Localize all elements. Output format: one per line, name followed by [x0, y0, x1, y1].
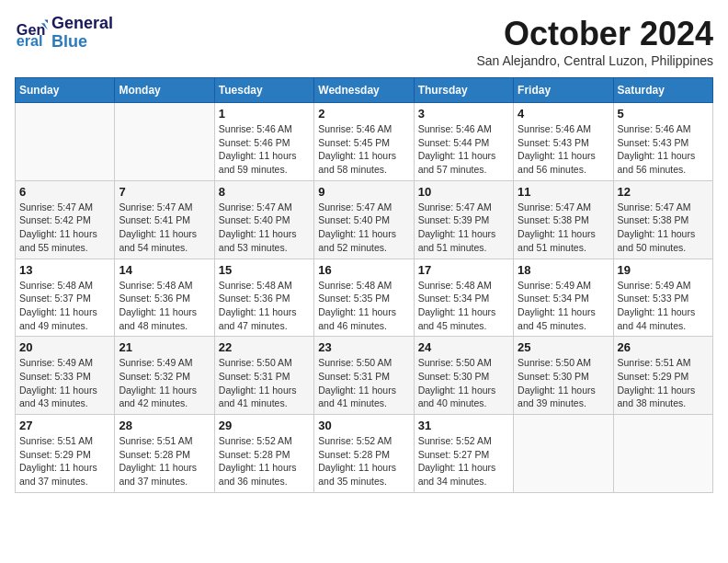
- logo: Gen eral General Blue: [15, 15, 113, 52]
- calendar-cell: 29Sunrise: 5:52 AMSunset: 5:28 PMDayligh…: [214, 415, 313, 493]
- day-number: 31: [418, 419, 509, 432]
- day-number: 9: [318, 185, 409, 199]
- calendar-week-row: 13Sunrise: 5:48 AMSunset: 5:37 PMDayligh…: [16, 259, 713, 337]
- day-number: 13: [19, 263, 110, 277]
- calendar-cell: 1Sunrise: 5:46 AMSunset: 5:46 PMDaylight…: [214, 103, 313, 181]
- day-info: Sunrise: 5:47 AMSunset: 5:39 PMDaylight:…: [418, 201, 509, 255]
- calendar-cell: 15Sunrise: 5:48 AMSunset: 5:36 PMDayligh…: [214, 259, 313, 337]
- calendar-cell: 21Sunrise: 5:49 AMSunset: 5:32 PMDayligh…: [115, 337, 214, 415]
- logo-line2: Blue: [51, 33, 113, 52]
- day-number: 6: [19, 185, 110, 199]
- day-number: 21: [119, 340, 210, 354]
- day-number: 24: [418, 340, 509, 354]
- day-info: Sunrise: 5:50 AMSunset: 5:30 PMDaylight:…: [518, 356, 609, 410]
- day-number: 8: [219, 185, 310, 199]
- calendar-week-row: 1Sunrise: 5:46 AMSunset: 5:46 PMDaylight…: [16, 103, 713, 181]
- calendar-cell: 9Sunrise: 5:47 AMSunset: 5:40 PMDaylight…: [314, 180, 414, 259]
- day-number: 11: [518, 185, 609, 199]
- day-info: Sunrise: 5:46 AMSunset: 5:45 PMDaylight:…: [318, 122, 409, 177]
- calendar-cell: [613, 415, 712, 493]
- day-info: Sunrise: 5:46 AMSunset: 5:43 PMDaylight:…: [518, 122, 609, 177]
- day-number: 23: [318, 340, 409, 354]
- calendar-cell: 2Sunrise: 5:46 AMSunset: 5:45 PMDaylight…: [314, 103, 414, 181]
- svg-text:eral: eral: [17, 32, 43, 49]
- day-info: Sunrise: 5:49 AMSunset: 5:34 PMDaylight:…: [518, 279, 609, 333]
- logo-line1: General: [51, 15, 113, 33]
- calendar-cell: 24Sunrise: 5:50 AMSunset: 5:30 PMDayligh…: [414, 337, 513, 415]
- day-info: Sunrise: 5:52 AMSunset: 5:28 PMDaylight:…: [318, 434, 409, 488]
- calendar-cell: 14Sunrise: 5:48 AMSunset: 5:36 PMDayligh…: [115, 259, 214, 337]
- day-info: Sunrise: 5:51 AMSunset: 5:28 PMDaylight:…: [119, 434, 210, 488]
- weekday-header: Tuesday: [214, 78, 313, 103]
- calendar-cell: [514, 415, 613, 493]
- day-number: 29: [219, 419, 310, 432]
- calendar-cell: 23Sunrise: 5:50 AMSunset: 5:31 PMDayligh…: [314, 337, 414, 415]
- calendar-cell: 26Sunrise: 5:51 AMSunset: 5:29 PMDayligh…: [613, 337, 712, 415]
- calendar-cell: 4Sunrise: 5:46 AMSunset: 5:43 PMDaylight…: [514, 103, 613, 181]
- day-info: Sunrise: 5:50 AMSunset: 5:31 PMDaylight:…: [219, 356, 310, 410]
- day-number: 20: [19, 340, 110, 354]
- calendar-cell: 3Sunrise: 5:46 AMSunset: 5:44 PMDaylight…: [414, 103, 513, 181]
- day-info: Sunrise: 5:48 AMSunset: 5:34 PMDaylight:…: [418, 279, 509, 333]
- calendar-cell: 25Sunrise: 5:50 AMSunset: 5:30 PMDayligh…: [514, 337, 613, 415]
- day-info: Sunrise: 5:47 AMSunset: 5:42 PMDaylight:…: [19, 201, 110, 255]
- day-info: Sunrise: 5:49 AMSunset: 5:33 PMDaylight:…: [618, 279, 709, 333]
- calendar-cell: 5Sunrise: 5:46 AMSunset: 5:43 PMDaylight…: [613, 103, 712, 181]
- day-info: Sunrise: 5:47 AMSunset: 5:38 PMDaylight:…: [518, 201, 609, 255]
- calendar-cell: 7Sunrise: 5:47 AMSunset: 5:41 PMDaylight…: [115, 180, 214, 259]
- day-number: 7: [119, 185, 210, 199]
- weekday-header: Friday: [514, 78, 613, 103]
- weekday-header: Saturday: [613, 78, 712, 103]
- day-number: 28: [119, 419, 210, 432]
- calendar-cell: 16Sunrise: 5:48 AMSunset: 5:35 PMDayligh…: [314, 259, 414, 337]
- day-number: 18: [518, 263, 609, 277]
- day-number: 25: [518, 340, 609, 354]
- day-number: 16: [318, 263, 409, 277]
- day-number: 10: [418, 185, 509, 199]
- day-number: 19: [618, 263, 709, 277]
- day-info: Sunrise: 5:52 AMSunset: 5:28 PMDaylight:…: [219, 434, 310, 488]
- weekday-header: Thursday: [414, 78, 513, 103]
- calendar-cell: 18Sunrise: 5:49 AMSunset: 5:34 PMDayligh…: [514, 259, 613, 337]
- weekday-header: Wednesday: [314, 78, 414, 103]
- calendar-cell: 13Sunrise: 5:48 AMSunset: 5:37 PMDayligh…: [16, 259, 115, 337]
- calendar-cell: 8Sunrise: 5:47 AMSunset: 5:40 PMDaylight…: [214, 180, 313, 259]
- day-info: Sunrise: 5:50 AMSunset: 5:30 PMDaylight:…: [418, 356, 509, 410]
- calendar-cell: 20Sunrise: 5:49 AMSunset: 5:33 PMDayligh…: [16, 337, 115, 415]
- day-info: Sunrise: 5:48 AMSunset: 5:37 PMDaylight:…: [19, 279, 110, 333]
- day-number: 27: [19, 419, 110, 432]
- weekday-header: Sunday: [16, 78, 115, 103]
- day-info: Sunrise: 5:46 AMSunset: 5:46 PMDaylight:…: [219, 122, 310, 177]
- day-number: 4: [518, 107, 609, 121]
- day-number: 26: [618, 340, 709, 354]
- day-number: 12: [618, 185, 709, 199]
- calendar-cell: 17Sunrise: 5:48 AMSunset: 5:34 PMDayligh…: [414, 259, 513, 337]
- day-number: 30: [318, 419, 409, 432]
- calendar-cell: 30Sunrise: 5:52 AMSunset: 5:28 PMDayligh…: [314, 415, 414, 493]
- calendar-header: SundayMondayTuesdayWednesdayThursdayFrid…: [16, 78, 713, 103]
- calendar-cell: [115, 103, 214, 181]
- day-number: 14: [119, 263, 210, 277]
- calendar-table: SundayMondayTuesdayWednesdayThursdayFrid…: [15, 77, 713, 493]
- day-info: Sunrise: 5:52 AMSunset: 5:27 PMDaylight:…: [418, 434, 509, 488]
- weekday-header: Monday: [115, 78, 214, 103]
- day-number: 3: [418, 107, 509, 121]
- day-info: Sunrise: 5:47 AMSunset: 5:38 PMDaylight:…: [618, 201, 709, 255]
- calendar-cell: [16, 103, 115, 181]
- title-area: October 2024 San Alejandro, Central Luzo…: [476, 15, 713, 68]
- calendar-cell: 6Sunrise: 5:47 AMSunset: 5:42 PMDaylight…: [16, 180, 115, 259]
- day-info: Sunrise: 5:48 AMSunset: 5:35 PMDaylight:…: [318, 279, 409, 333]
- day-number: 17: [418, 263, 509, 277]
- day-info: Sunrise: 5:48 AMSunset: 5:36 PMDaylight:…: [119, 279, 210, 333]
- calendar-week-row: 27Sunrise: 5:51 AMSunset: 5:29 PMDayligh…: [16, 415, 713, 493]
- day-number: 22: [219, 340, 310, 354]
- calendar-week-row: 20Sunrise: 5:49 AMSunset: 5:33 PMDayligh…: [16, 337, 713, 415]
- logo-icon: Gen eral: [15, 17, 48, 50]
- day-number: 1: [219, 107, 310, 121]
- location-subtitle: San Alejandro, Central Luzon, Philippine…: [476, 53, 713, 68]
- day-number: 15: [219, 263, 310, 277]
- day-number: 2: [318, 107, 409, 121]
- day-info: Sunrise: 5:50 AMSunset: 5:31 PMDaylight:…: [318, 356, 409, 410]
- day-info: Sunrise: 5:49 AMSunset: 5:33 PMDaylight:…: [19, 356, 110, 410]
- day-info: Sunrise: 5:47 AMSunset: 5:40 PMDaylight:…: [318, 201, 409, 255]
